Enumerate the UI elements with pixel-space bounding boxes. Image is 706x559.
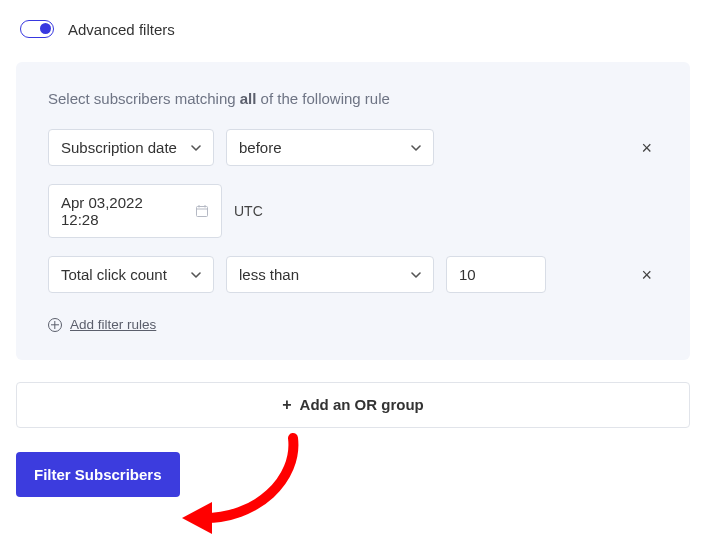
rule-operator-select[interactable]: less than xyxy=(226,256,434,293)
add-or-group-button[interactable]: + Add an OR group xyxy=(16,382,690,428)
timezone-label: UTC xyxy=(234,203,263,219)
rule-value-input[interactable]: 10 xyxy=(446,256,546,293)
remove-rule-button[interactable]: × xyxy=(635,135,658,161)
remove-rule-button[interactable]: × xyxy=(635,262,658,288)
svg-marker-4 xyxy=(182,502,212,534)
annotation-arrow-icon xyxy=(178,430,308,540)
filter-rule: Total click count less than 10 × xyxy=(48,256,658,293)
filter-heading-pre: Select subscribers matching xyxy=(48,90,240,107)
advanced-filters-toggle[interactable] xyxy=(20,20,54,38)
filter-panel: Select subscribers matching all of the f… xyxy=(16,62,690,360)
filter-rule: Subscription date before × xyxy=(48,129,658,166)
rule-date-input[interactable]: Apr 03,2022 12:28 xyxy=(48,184,222,238)
chevron-down-icon xyxy=(191,270,201,280)
calendar-icon xyxy=(195,204,209,218)
add-or-group-label: Add an OR group xyxy=(300,396,424,413)
chevron-down-icon xyxy=(411,270,421,280)
add-filter-rules-button[interactable]: Add filter rules xyxy=(48,317,156,332)
rule-date-value: Apr 03,2022 12:28 xyxy=(61,194,181,228)
chevron-down-icon xyxy=(411,143,421,153)
rule-field-select[interactable]: Subscription date xyxy=(48,129,214,166)
advanced-filters-label: Advanced filters xyxy=(68,21,175,38)
rule-operator-label: less than xyxy=(239,266,299,283)
rule-value: 10 xyxy=(459,266,476,283)
filter-heading-post: of the following rule xyxy=(256,90,389,107)
plus-icon: + xyxy=(282,396,291,414)
filter-subscribers-button[interactable]: Filter Subscribers xyxy=(16,452,180,497)
rule-operator-select[interactable]: before xyxy=(226,129,434,166)
add-filter-rules-label: Add filter rules xyxy=(70,317,156,332)
filter-heading: Select subscribers matching all of the f… xyxy=(48,90,658,107)
filter-heading-bold: all xyxy=(240,90,257,107)
chevron-down-icon xyxy=(191,143,201,153)
rule-field-label: Total click count xyxy=(61,266,167,283)
svg-rect-0 xyxy=(197,207,208,217)
filter-rule-value: Apr 03,2022 12:28 UTC xyxy=(48,184,658,238)
plus-circle-icon xyxy=(48,318,62,332)
rule-field-select[interactable]: Total click count xyxy=(48,256,214,293)
rule-operator-label: before xyxy=(239,139,282,156)
rule-field-label: Subscription date xyxy=(61,139,177,156)
